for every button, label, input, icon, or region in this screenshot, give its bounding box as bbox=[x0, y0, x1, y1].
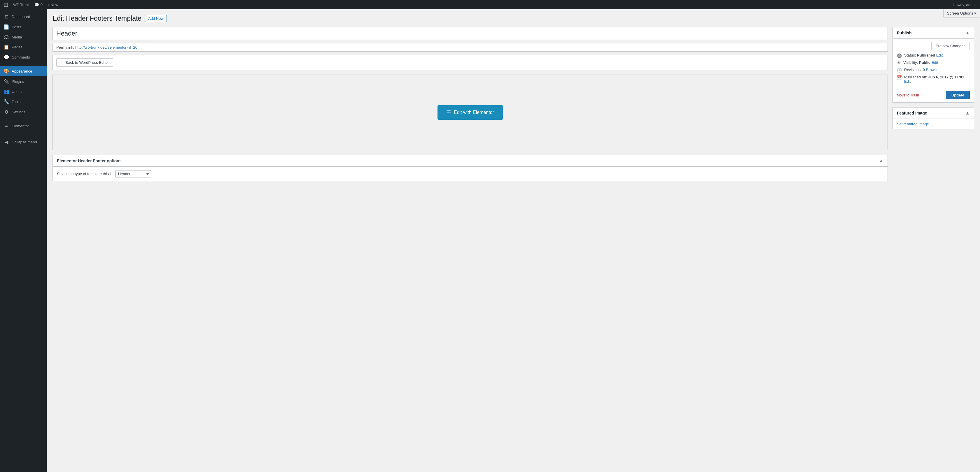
publish-box-header: Publish ▲ bbox=[893, 27, 974, 39]
status-edit-link[interactable]: Edit bbox=[936, 53, 943, 57]
publish-actions: Preview Changes 🔘 Status: Published Edit bbox=[893, 39, 974, 87]
adminbar-howdy: Howdy, admin bbox=[953, 3, 977, 7]
adminbar-comments[interactable]: 💬 0 bbox=[34, 3, 43, 7]
sidebar-item-dashboard[interactable]: ⊟ Dashboard bbox=[0, 12, 47, 22]
sidebar-item-label: Plugins bbox=[12, 79, 24, 84]
update-button[interactable]: Update bbox=[946, 91, 970, 99]
published-edit-link[interactable]: Edit bbox=[904, 79, 911, 84]
elementor-preview-area: ☰ Edit with Elementor bbox=[52, 74, 888, 150]
permalink-label: Permalink: bbox=[56, 45, 74, 49]
revisions-browse-link[interactable]: Browse bbox=[926, 68, 938, 72]
preview-changes-button[interactable]: Preview Changes bbox=[931, 42, 970, 50]
visibility-edit-link[interactable]: Edit bbox=[932, 60, 938, 65]
sidebar-item-settings[interactable]: ⚙ Settings bbox=[0, 107, 47, 117]
revisions-value: 9 bbox=[923, 68, 925, 72]
hf-options-header[interactable]: Elementor Header Footer options ▲ bbox=[53, 155, 888, 167]
add-new-button[interactable]: Add New bbox=[145, 15, 167, 22]
sidebar-item-label: Elementor bbox=[12, 124, 29, 128]
status-icon: 🔘 bbox=[897, 53, 902, 58]
users-icon: 👥 bbox=[3, 89, 10, 94]
sidebar-item-label: Media bbox=[12, 35, 22, 40]
elementor-icon: ≡ bbox=[3, 123, 10, 128]
sidebar-item-comments[interactable]: 💬 Comments bbox=[0, 52, 47, 62]
page-title: Edit Header Footers Template bbox=[52, 14, 142, 22]
published-value: Jun 6, 2017 @ 11:01 bbox=[928, 75, 964, 79]
template-type-select[interactable]: Header Footer Before Content After Conte… bbox=[116, 170, 151, 177]
publish-revisions-row: 🕐 Revisions: 9 Browse bbox=[897, 68, 970, 73]
post-title-input[interactable] bbox=[56, 30, 884, 37]
sidebar-item-label: Settings bbox=[12, 110, 25, 114]
sidebar-item-elementor[interactable]: ≡ Elementor bbox=[0, 121, 47, 131]
edit-with-elementor-button[interactable]: ☰ Edit with Elementor bbox=[438, 105, 503, 120]
sidebar-item-label: Pages bbox=[12, 45, 22, 49]
publish-bottom-bar: Move to Trash Update bbox=[893, 88, 974, 102]
featured-image-title: Featured Image bbox=[897, 111, 927, 116]
publish-date-row: 📅 Published on: Jun 6, 2017 @ 11:01 Edit bbox=[897, 75, 970, 84]
hf-select-label: Select the type of template this is bbox=[57, 172, 113, 176]
back-to-wp-button[interactable]: ← Back to WordPress Editor bbox=[56, 58, 113, 67]
featured-image-toggle[interactable]: ▲ bbox=[965, 111, 970, 116]
pages-icon: 📋 bbox=[3, 44, 10, 50]
adminbar-site-name[interactable]: WP Trunk bbox=[13, 3, 30, 7]
publish-box: Publish ▲ Preview Changes 🔘 Status: Publ… bbox=[892, 27, 974, 103]
set-featured-image-link[interactable]: Set featured image bbox=[897, 122, 929, 126]
status-label: Status: bbox=[904, 53, 916, 57]
elementor-btn-icon: ☰ bbox=[446, 109, 451, 116]
plugins-icon: 🔌 bbox=[3, 79, 10, 84]
sidebar-item-label: Tools bbox=[12, 100, 21, 104]
comment-icon: 💬 bbox=[34, 3, 39, 7]
sidebar-item-label: Comments bbox=[12, 55, 30, 59]
wp-logo-icon[interactable]: ⊞ bbox=[3, 1, 8, 8]
post-title-box bbox=[52, 27, 888, 40]
publish-visibility-row: 👁 Visibility: Public Edit bbox=[897, 60, 970, 65]
visibility-value: Public bbox=[919, 60, 931, 65]
tools-icon: 🔧 bbox=[3, 99, 10, 105]
post-body-content: Permalink: http://wp-trunk.dev/?elemento… bbox=[52, 27, 888, 186]
sidebar-item-posts[interactable]: 📄 Posts bbox=[0, 22, 47, 32]
editor-actions-bar: ← Back to WordPress Editor bbox=[52, 55, 888, 70]
publish-box-toggle[interactable]: ▲ bbox=[965, 30, 970, 36]
calendar-icon: 📅 bbox=[897, 75, 902, 80]
move-to-trash-link[interactable]: Move to Trash bbox=[897, 93, 919, 97]
revisions-label: Revisions: bbox=[904, 68, 922, 72]
permalink-link[interactable]: http://wp-trunk.dev/?elementor-hf=20 bbox=[75, 45, 137, 49]
featured-image-header: Featured Image ▲ bbox=[893, 108, 974, 119]
edit-with-elementor-label: Edit with Elementor bbox=[454, 110, 494, 115]
hf-options-body: Select the type of template this is Head… bbox=[53, 167, 888, 181]
sidebar-item-appearance[interactable]: 🎨 Appearance bbox=[0, 66, 47, 76]
sidebar-item-label: Dashboard bbox=[12, 14, 30, 19]
collapse-menu-label: Collapse menu bbox=[12, 140, 37, 144]
visibility-icon: 👁 bbox=[897, 60, 901, 65]
hf-options-title: Elementor Header Footer options bbox=[57, 158, 122, 163]
permalink-box: Permalink: http://wp-trunk.dev/?elemento… bbox=[52, 43, 888, 52]
sidebar-item-tools[interactable]: 🔧 Tools bbox=[0, 97, 47, 107]
revisions-icon: 🕐 bbox=[897, 68, 902, 73]
publish-box-title: Publish bbox=[897, 30, 912, 35]
adminbar-new[interactable]: + New bbox=[47, 3, 58, 7]
sidebar-item-media[interactable]: 🖼 Media bbox=[0, 32, 47, 42]
sidebar-item-plugins[interactable]: 🔌 Plugins bbox=[0, 76, 47, 87]
admin-sidebar: ⊟ Dashboard 📄 Posts 🖼 Media 📋 Pages 💬 Co… bbox=[0, 10, 47, 472]
page-title-area: Edit Header Footers Template Add New bbox=[52, 14, 974, 22]
collapse-menu-button[interactable]: ◀ Collapse menu bbox=[0, 137, 47, 147]
published-label: Published on: bbox=[904, 75, 927, 79]
comments-icon: 💬 bbox=[3, 54, 10, 60]
sidebar-item-pages[interactable]: 📋 Pages bbox=[0, 42, 47, 52]
screen-options-area: Screen Options ▾ bbox=[943, 10, 980, 17]
hf-options-toggle[interactable]: ▲ bbox=[879, 158, 883, 163]
sidebar-item-label: Posts bbox=[12, 25, 21, 29]
settings-icon: ⚙ bbox=[3, 109, 10, 115]
publish-meta: 🔘 Status: Published Edit 👁 Vi bbox=[897, 53, 970, 84]
hf-options-box: Elementor Header Footer options ▲ Select… bbox=[52, 155, 888, 181]
posts-icon: 📄 bbox=[3, 24, 10, 30]
visibility-label: Visibility: bbox=[903, 60, 918, 65]
status-value: Published bbox=[917, 53, 935, 57]
post-sidebar: Publish ▲ Preview Changes 🔘 Status: Publ… bbox=[892, 27, 974, 186]
sidebar-item-users[interactable]: 👥 Users bbox=[0, 87, 47, 97]
publish-status-row: 🔘 Status: Published Edit bbox=[897, 53, 970, 58]
dashboard-icon: ⊟ bbox=[3, 14, 10, 19]
featured-image-box: Featured Image ▲ Set featured image bbox=[892, 107, 974, 129]
screen-options-button[interactable]: Screen Options ▾ bbox=[943, 10, 980, 17]
media-icon: 🖼 bbox=[3, 34, 10, 40]
appearance-icon: 🎨 bbox=[3, 68, 10, 74]
